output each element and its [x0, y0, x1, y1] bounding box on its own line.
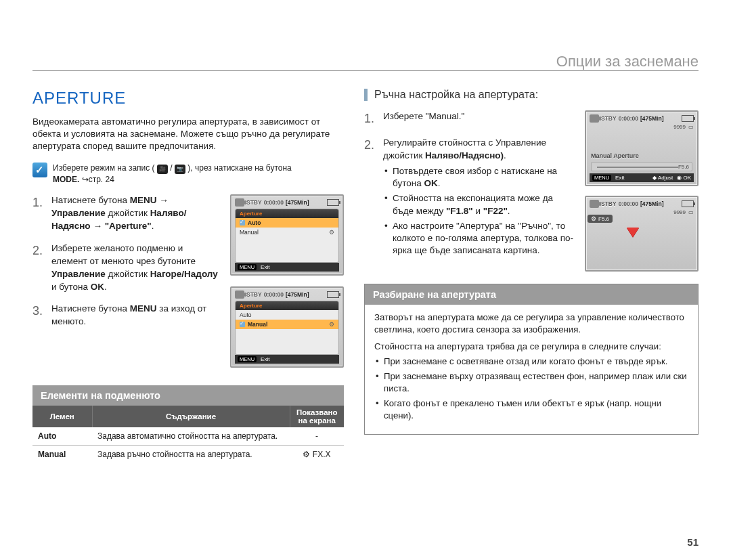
check-icon: [240, 322, 245, 327]
step-3: Натиснете бутона MENU за изход от менюто…: [32, 303, 221, 328]
step-2-ok: OK: [91, 282, 104, 292]
lcd-screenshot-2: STBY 0:00:00 [475Min] Aperture Auto Manu…: [230, 286, 344, 368]
r-step-2-dot: .: [504, 150, 506, 160]
table-row: Manual Задава ръчно стойността на аперту…: [32, 446, 344, 464]
video-mode-icon: 🎥: [157, 165, 168, 174]
info-title: Разбиране на апертурата: [365, 284, 698, 305]
lcd-stby4: STBY: [601, 200, 617, 207]
pointer-arrow-icon: [627, 228, 639, 237]
camcorder-icon: [590, 200, 599, 208]
step-1-ap: "Aperture": [105, 221, 152, 231]
lcd-count4: 9999: [673, 209, 686, 215]
page-ref-icon: ↪: [82, 175, 89, 184]
lcd-item-manual2: Manual: [248, 321, 267, 328]
lcd-adjust: Adjust: [658, 175, 673, 181]
header-divider: [32, 70, 699, 71]
lcd-tab2: Aperture: [240, 303, 262, 309]
step-3-txt-a: Натиснете бутона: [51, 303, 130, 314]
section-title: APERTURE: [32, 89, 344, 108]
info-li-2: При заснемане върху отразяващ естествен …: [384, 370, 688, 395]
lcd-menu-key: MENU: [238, 264, 257, 270]
step-2-dot: .: [104, 282, 107, 292]
lcd-time4: 0:00:00: [619, 200, 638, 207]
info-li-3: Когато фонът е прекалено тъмен или обект…: [384, 397, 688, 422]
gear-icon: ⚙: [329, 321, 334, 328]
cell-auto: Auto: [32, 427, 92, 446]
camcorder-icon: [235, 290, 244, 299]
page-ref: стр. 24: [89, 175, 114, 184]
camcorder-icon: [590, 114, 599, 123]
table-row: Auto Задава автоматично стойността на ап…: [32, 427, 344, 446]
lcd-count: 9999: [673, 124, 686, 130]
battery-icon: [327, 199, 339, 206]
lcd-menu3: MENU: [592, 175, 611, 181]
mode-label: MODE.: [53, 175, 79, 184]
step-1-txt-b: джойстик: [106, 208, 150, 218]
lcd-menu-key2: MENU: [238, 356, 257, 362]
r-step-1-txt: Изберете "Manual.": [383, 110, 575, 127]
gear-icon: ⚙: [591, 215, 596, 222]
info-li-1: При заснемане с осветяване отзад или ког…: [384, 356, 688, 368]
step-1-txt-a: Натиснете бутона: [51, 195, 130, 205]
lcd-tab: Aperture: [240, 211, 262, 217]
lcd-ok: OK: [683, 175, 691, 181]
lcd-remain2: [475Min]: [286, 291, 309, 298]
cell-auto-desc: Задава автоматично стойността на апертур…: [92, 427, 290, 446]
mode-note: Изберете режим на запис ( 🎥 / 📷 ), чрез …: [32, 163, 344, 186]
lcd-time: 0:00:00: [264, 199, 284, 206]
lcd-item-manual: Manual: [240, 229, 259, 236]
step-2-dir: Нагоре/Надолу: [150, 269, 218, 279]
r-bullet-2: Стойността на експонацията може да бъде …: [393, 192, 575, 217]
lcd-stby3: STBY: [601, 115, 617, 122]
breadcrumb: Опции за заснемане: [556, 53, 699, 70]
r-bullet-1: Потвърдете своя избор с натискане на бут…: [393, 165, 575, 190]
step-1-menu: MENU: [130, 195, 157, 205]
step-3-menu: MENU: [130, 303, 157, 314]
lcd-screenshot-1: STBY 0:00:00 [475Min] Aperture Auto Manu…: [230, 194, 344, 276]
step-1-arrow1: →: [156, 195, 168, 205]
step-1-arrow2: →: [91, 221, 105, 231]
cell-manual-desc: Задава ръчно стойността на апертурата.: [92, 446, 290, 464]
step-2: Изберете желаното подменю и елемент от м…: [32, 242, 221, 294]
gear-icon: ⚙: [329, 229, 334, 236]
cell-manual: Manual: [32, 446, 92, 464]
th-item: Лемен: [32, 406, 92, 427]
sd-icon: ▭: [688, 124, 694, 130]
lcd-time2: 0:00:00: [264, 291, 284, 298]
understanding-aperture-box: Разбиране на апертурата Затворът на апер…: [364, 284, 699, 435]
gear-icon: ⚙: [303, 450, 310, 459]
lcd-exit3: Exit: [615, 175, 624, 181]
lcd-fvalue: F5.6: [678, 164, 689, 170]
info-p1: Затворът на апертурата може да се регули…: [374, 311, 688, 337]
submenu-table: Лемен Съдържание Показванона екрана Auto…: [32, 406, 344, 463]
r-step-2-dir: Наляво/Надясно): [425, 150, 504, 160]
lcd-stby2: STBY: [246, 291, 262, 298]
battery-icon: [327, 291, 339, 298]
lcd-remain: [475Min]: [286, 199, 309, 206]
camcorder-icon: [235, 198, 244, 207]
cell-manual-icon: ⚙ FX.X: [290, 446, 344, 464]
step-1: Натиснете бутона MENU → Управление джойс…: [32, 194, 221, 233]
step-2-ctrl: Управление: [51, 269, 106, 279]
th-display: Показванона екрана: [290, 406, 344, 427]
cell-auto-icon: -: [290, 427, 344, 446]
manual-setting-heading: Ръчна настройка на апертурата:: [364, 89, 699, 101]
step-2-txt-a: Изберете желаното подменю и елемент от м…: [51, 243, 196, 266]
info-p2: Стойността на апертурата трябва да се ре…: [374, 341, 688, 353]
lcd-item-auto: Auto: [248, 219, 261, 226]
note-text-suffix: ), чрез натискане на бутона: [187, 163, 291, 173]
lcd-screenshot-3: STBY 0:00:00 [475Min] 9999 ▭ Manual Aper…: [585, 110, 699, 186]
lcd-manual-label: Manual Aperture: [591, 152, 692, 159]
submenu-header: Елементи на подменюто: [32, 385, 344, 406]
intro-paragraph: Видеокамерата автоматично регулира аперт…: [32, 116, 337, 153]
lcd-fvalue-pill: F5.6: [598, 216, 609, 222]
r-step-2: Регулирайте стойността с Управление джой…: [364, 137, 575, 259]
photo-mode-icon: 📷: [175, 165, 185, 174]
lcd-remain3: [475Min]: [640, 115, 663, 122]
step-2-txt-b: джойстик: [106, 269, 150, 279]
page-number: 51: [687, 536, 699, 548]
th-content: Съдържание: [92, 406, 290, 427]
sd-icon: ▭: [688, 209, 694, 215]
lcd-screenshot-4: STBY 0:00:00 [475Min] 9999 ▭ ⚙F5.6: [585, 196, 699, 272]
lcd-exit: Exit: [261, 264, 269, 270]
